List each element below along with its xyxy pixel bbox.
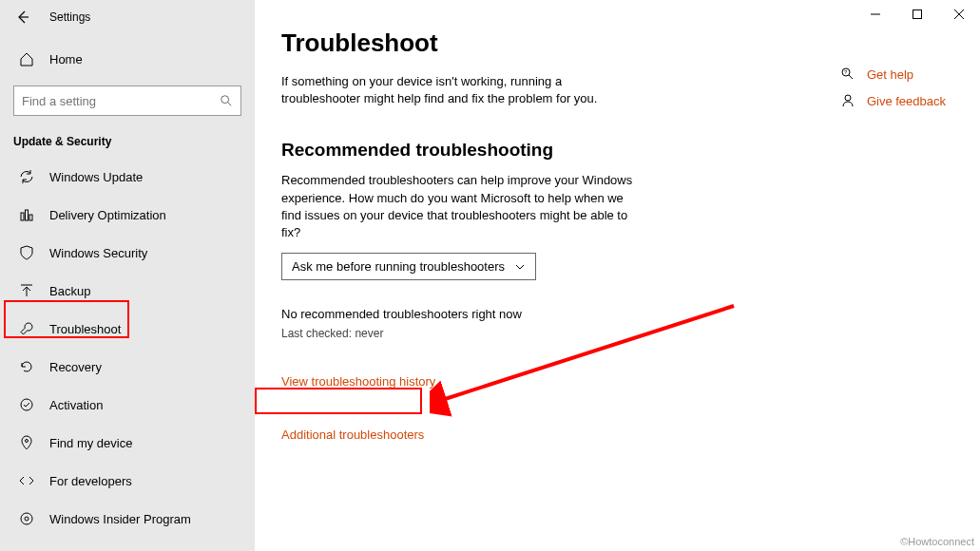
sidebar-item-for-developers[interactable]: For developers — [0, 462, 255, 500]
additional-troubleshooters-link[interactable]: Additional troubleshooters — [281, 428, 424, 442]
sidebar-item-recovery[interactable]: Recovery — [0, 348, 255, 386]
sidebar-item-label: Find my device — [49, 436, 132, 450]
sidebar-item-windows-update[interactable]: Windows Update — [0, 158, 255, 196]
sidebar-item-windows-insider[interactable]: Windows Insider Program — [0, 500, 255, 538]
wrench-icon — [19, 321, 34, 336]
watermark: ©Howtoconnect — [900, 536, 974, 547]
window-title: Settings — [49, 10, 90, 24]
insider-icon — [19, 511, 34, 526]
sidebar-item-windows-security[interactable]: Windows Security — [0, 234, 255, 272]
maximize-icon — [913, 10, 922, 19]
give-feedback-label: Give feedback — [867, 94, 946, 108]
dropdown-value: Ask me before running troubleshooters — [292, 259, 505, 274]
sidebar-item-label: Activation — [49, 398, 103, 412]
sidebar-item-label: Troubleshoot — [49, 322, 121, 336]
recommended-heading: Recommended troubleshooting — [281, 140, 953, 161]
svg-point-0 — [221, 96, 229, 104]
category-heading: Update & Security — [0, 127, 255, 158]
minimize-icon — [871, 10, 880, 19]
svg-rect-14 — [913, 10, 922, 19]
window-controls — [855, 0, 980, 28]
backup-icon — [19, 283, 34, 298]
sidebar-item-delivery-optimization[interactable]: Delivery Optimization — [0, 196, 255, 234]
shield-icon — [19, 245, 34, 260]
sync-icon — [19, 169, 34, 184]
sidebar-item-backup[interactable]: Backup — [0, 272, 255, 310]
intro-text: If something on your device isn't workin… — [281, 73, 633, 107]
view-history-link[interactable]: View troubleshooting history — [281, 374, 435, 389]
sidebar-item-label: Delivery Optimization — [49, 208, 166, 222]
page-title: Troubleshoot — [281, 28, 953, 58]
svg-point-8 — [21, 513, 32, 524]
sidebar-item-label: Windows Insider Program — [49, 512, 191, 526]
svg-rect-2 — [21, 213, 24, 220]
sidebar-item-troubleshoot[interactable]: Troubleshoot — [0, 310, 255, 348]
svg-text:?: ? — [844, 69, 848, 75]
get-help-label: Get help — [867, 67, 913, 82]
sidebar: Settings Home Update & Security Windows … — [0, 0, 255, 551]
home-icon — [19, 51, 34, 66]
close-icon — [954, 10, 964, 19]
give-feedback-row[interactable]: Give feedback — [840, 93, 946, 108]
svg-line-1 — [228, 103, 232, 106]
close-button[interactable] — [938, 0, 980, 28]
minimize-button[interactable] — [855, 0, 896, 28]
titlebar: Settings — [0, 0, 255, 34]
search-input[interactable] — [22, 94, 220, 108]
feedback-icon — [840, 93, 855, 108]
home-label: Home — [49, 52, 83, 66]
maximize-button[interactable] — [896, 0, 938, 28]
no-troubleshooters-status: No recommended troubleshooters right now — [281, 307, 953, 321]
svg-rect-4 — [29, 215, 32, 220]
location-icon — [19, 435, 34, 450]
optimization-icon — [19, 207, 34, 222]
sidebar-item-label: Recovery — [49, 360, 102, 374]
sidebar-item-activation[interactable]: Activation — [0, 386, 255, 424]
svg-point-6 — [21, 399, 32, 410]
troubleshoot-preference-dropdown[interactable]: Ask me before running troubleshooters — [281, 253, 536, 280]
svg-point-7 — [26, 440, 29, 443]
sidebar-item-label: Windows Security — [49, 246, 147, 260]
search-box[interactable] — [13, 86, 241, 116]
recovery-icon — [19, 359, 34, 374]
developer-icon — [19, 473, 34, 488]
back-arrow-icon — [15, 10, 30, 25]
svg-rect-3 — [26, 210, 29, 220]
last-checked-text: Last checked: never — [281, 327, 953, 340]
chevron-down-icon — [514, 261, 526, 273]
back-button[interactable] — [13, 8, 32, 27]
main-content: Troubleshoot If something on your device… — [255, 0, 980, 551]
home-nav[interactable]: Home — [0, 40, 255, 78]
check-circle-icon — [19, 397, 34, 412]
sidebar-item-label: Windows Update — [49, 170, 143, 184]
help-icon: ? — [840, 66, 855, 82]
svg-point-12 — [845, 95, 851, 101]
sidebar-item-label: For developers — [49, 474, 132, 488]
recommended-body: Recommended troubleshooters can help imp… — [281, 172, 633, 241]
help-links: ? Get help Give feedback — [840, 66, 946, 108]
sidebar-item-find-my-device[interactable]: Find my device — [0, 424, 255, 462]
get-help-row[interactable]: ? Get help — [840, 66, 946, 82]
search-icon — [220, 94, 233, 107]
svg-point-9 — [25, 517, 29, 521]
sidebar-item-label: Backup — [49, 284, 90, 298]
